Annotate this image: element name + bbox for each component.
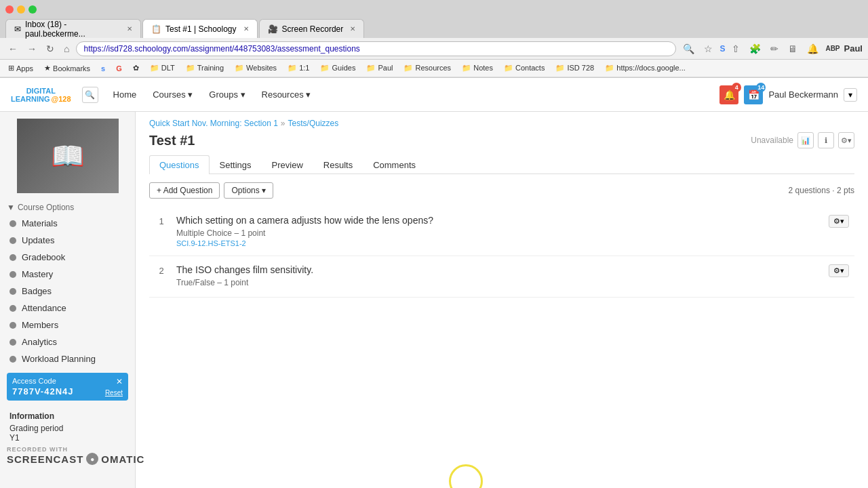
nav-groups[interactable]: Groups ▾ (202, 87, 252, 102)
tab-results[interactable]: Results (313, 155, 363, 174)
tab-settings[interactable]: Settings (210, 155, 262, 174)
sidebar-item-attendance[interactable]: Attendance (0, 300, 135, 317)
dot-icon (9, 322, 16, 329)
bookmark-docs[interactable]: 📁 https://docs.google... (602, 63, 688, 73)
bookmark-s[interactable]: s (98, 64, 108, 73)
star-icon[interactable]: ☆ (701, 42, 715, 56)
tab-close-gmail[interactable]: ✕ (127, 25, 132, 33)
ext-icon-paul[interactable]: Paul (844, 43, 863, 54)
info-label: Information (9, 411, 125, 421)
browser-chrome: ✉ Inbox (18) - paul.beckerme... ✕ 📋 Test… (0, 0, 868, 78)
bookmark-resources[interactable]: 📁 Resources (401, 63, 454, 73)
tab-schoology[interactable]: 📋 Test #1 | Schoology ✕ (142, 19, 258, 38)
ext-icon-arrow[interactable]: ⇧ (729, 42, 743, 56)
tab-preview[interactable]: Preview (262, 155, 313, 174)
refresh-button[interactable]: ↻ (43, 42, 57, 56)
bookmark-g[interactable]: G (113, 64, 125, 73)
question-gear-button-2[interactable]: ⚙▾ (829, 264, 849, 277)
settings-icon-button[interactable]: ⚙▾ (838, 132, 854, 148)
tab-screenrec[interactable]: 🎥 Screen Recorder ✕ (259, 19, 365, 38)
course-options-header[interactable]: ▼ Course Options (0, 200, 135, 215)
sidebar-item-mastery[interactable]: Mastery (0, 266, 135, 283)
breadcrumb-link-2[interactable]: Tests/Quizzes (288, 119, 339, 128)
tab-gmail[interactable]: ✉ Inbox (18) - paul.beckerme... ✕ (5, 19, 141, 38)
bookmark-training[interactable]: 📁 Training (183, 63, 226, 73)
sidebar: 📖 ▼ Course Options Materials Updates Gra… (0, 112, 136, 488)
ext-icon-screen[interactable]: 🖥 (785, 42, 800, 56)
forward-button[interactable]: → (24, 42, 39, 56)
bookmark-paul[interactable]: 📁 Paul (363, 63, 395, 73)
tab-label: Screen Recorder (282, 24, 344, 34)
ext-icon-puzzle[interactable]: 🧩 (747, 42, 764, 56)
nav-home[interactable]: Home (106, 87, 144, 102)
bookmark-bookmarks[interactable]: ★ Bookmarks (41, 63, 93, 73)
tab-close-screenrec[interactable]: ✕ (350, 25, 355, 33)
add-question-button[interactable]: + Add Question (149, 182, 220, 199)
ext-icon-bell[interactable]: 🔔 (804, 42, 821, 56)
back-button[interactable]: ← (5, 42, 20, 56)
bookmark-11[interactable]: 📁 1:1 (285, 63, 312, 73)
unavailable-text: Unavailable (751, 136, 793, 145)
access-code-label: Access Code (12, 377, 74, 385)
bookmark-notes[interactable]: 📁 Notes (459, 63, 496, 73)
info-icon-button[interactable]: ℹ (818, 132, 834, 148)
search-icon[interactable]: 🔍 (680, 42, 697, 56)
tab-label: Inbox (18) - paul.beckerme... (25, 20, 120, 39)
notification-badge-1[interactable]: 🔔 4 (719, 85, 738, 104)
header-search-button[interactable]: 🔍 (82, 87, 98, 103)
sidebar-item-members[interactable]: Members (0, 317, 135, 333)
sidebar-item-gradebook[interactable]: Gradebook (0, 249, 135, 266)
ext-icon-pen[interactable]: ✏ (768, 42, 781, 56)
bookmark-websites[interactable]: 📁 Websites (232, 63, 279, 73)
ext-icon-abp[interactable]: ABP (825, 45, 840, 52)
nav-courses[interactable]: Courses ▾ (146, 87, 199, 102)
question-text-2: The ISO changes film sensitivity. (176, 264, 821, 275)
maximize-button[interactable] (28, 5, 37, 14)
chart-icon-button[interactable]: 📊 (797, 132, 814, 148)
settings-button[interactable]: ▾ (844, 88, 857, 102)
app-wrapper: DIGITAL LEARNING@128 🔍 Home Courses ▾ Gr… (0, 78, 868, 488)
question-body-2: The ISO changes film sensitivity. True/F… (176, 264, 821, 289)
tab-close-schoology[interactable]: ✕ (243, 25, 249, 33)
ext-icon-s[interactable]: S (719, 44, 725, 54)
tabs-row: Questions Settings Preview Results Comme… (149, 155, 854, 174)
close-button[interactable] (5, 5, 14, 14)
bookmark-guides[interactable]: 📁 Guides (317, 63, 358, 73)
minimize-button[interactable] (17, 5, 25, 14)
unavailable-area: Unavailable 📊 ℹ ⚙▾ (751, 132, 854, 148)
bookmark-dlt[interactable]: 📁 DLT (147, 63, 178, 73)
notification-badge-2[interactable]: 📅 14 (744, 85, 763, 104)
breadcrumb-link-1[interactable]: Quick Start Nov. Morning: Section 1 (149, 119, 278, 128)
info-section: Information Grading period Y1 (0, 406, 135, 448)
dot-icon (9, 254, 16, 261)
options-button[interactable]: Options ▾ (224, 182, 273, 199)
sidebar-item-analytics[interactable]: Analytics (0, 333, 135, 350)
tab-comments[interactable]: Comments (363, 155, 426, 174)
sidebar-item-workload-planning[interactable]: Workload Planning (0, 350, 135, 367)
nav-resources[interactable]: Resources ▾ (255, 87, 318, 102)
tab-favicon: ✉ (14, 24, 21, 34)
questions-toolbar: + Add Question Options ▾ 2 questions · 2… (149, 182, 854, 199)
sidebar-item-materials[interactable]: Materials (0, 215, 135, 232)
home-button[interactable]: ⌂ (61, 42, 72, 56)
access-code-close-icon[interactable]: ✕ (116, 377, 123, 386)
bookmark-contacts[interactable]: 📁 Contacts (501, 63, 547, 73)
bookmark-flower[interactable]: ✿ (130, 63, 142, 73)
reset-link[interactable]: Reset (105, 389, 123, 396)
browser-tabs-bar: ✉ Inbox (18) - paul.beckerme... ✕ 📋 Test… (0, 19, 868, 38)
tab-favicon: 📋 (151, 24, 161, 34)
tab-questions[interactable]: Questions (149, 155, 210, 174)
sidebar-item-badges[interactable]: Badges (0, 283, 135, 300)
content-area: Quick Start Nov. Morning: Section 1 » Te… (136, 112, 868, 488)
questions-count: 2 questions · 2 pts (789, 186, 854, 195)
header-right: 🔔 4 📅 14 Paul Beckermann ▾ (719, 85, 857, 104)
bookmark-apps[interactable]: ⊞ Apps (5, 63, 36, 73)
sidebar-item-updates[interactable]: Updates (0, 232, 135, 249)
logo-learning: LEARNING@128 (11, 95, 71, 103)
address-input[interactable] (76, 41, 676, 56)
user-name[interactable]: Paul Beckermann (768, 89, 838, 100)
question-actions-2: ⚙▾ (829, 264, 849, 277)
bookmark-isd728[interactable]: 📁 ISD 728 (553, 63, 597, 73)
toolbar-left: + Add Question Options ▾ (149, 182, 273, 199)
question-gear-button-1[interactable]: ⚙▾ (829, 215, 849, 228)
